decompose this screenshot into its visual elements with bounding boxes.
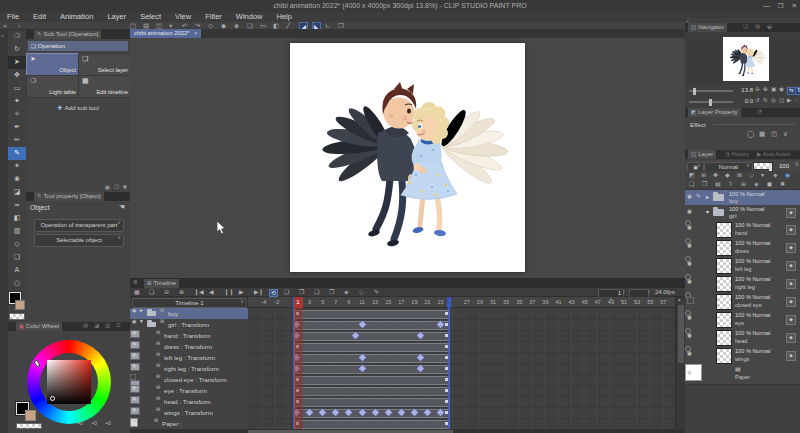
timeline-vscrollbar[interactable]: ▴ [675, 297, 685, 429]
track-keyframe-expand-icon[interactable]: ⊞ [160, 319, 164, 324]
keyframe-enabled-icon[interactable]: ◆ [786, 225, 796, 235]
rotate-right-button[interactable]: ↻ [763, 98, 768, 104]
clip-bar[interactable] [294, 310, 450, 319]
track-visibility-icon[interactable]: ◉ [132, 418, 136, 423]
opacity-value[interactable]: 100 [775, 162, 789, 170]
tab-layer[interactable]: ◫Layer [688, 150, 716, 159]
sub-tool-light-table[interactable]: ❍Light table [26, 75, 80, 98]
eraser-tool-icon[interactable]: ◪ [8, 186, 26, 199]
track-visibility-icon[interactable]: ◉ [132, 385, 136, 390]
subview-tab-icon[interactable]: ❏ [743, 24, 748, 30]
tab-tool-property[interactable]: ✎Tool property [Object] [34, 192, 104, 201]
layer-row-closed-eye[interactable]: 100 % Normalclosed eye◆ [685, 292, 800, 311]
expand-arrow-icon[interactable]: ▸ [706, 194, 709, 200]
first-frame-icon[interactable]: ❙◀ [194, 289, 204, 295]
layer-thumbnail[interactable] [716, 312, 732, 328]
track-expand-icon[interactable]: ▸ [140, 308, 143, 314]
menu-window[interactable]: Window [229, 12, 270, 22]
layer-thumbnail[interactable] [716, 348, 732, 364]
track-visibility-icon[interactable]: ◉ [132, 341, 136, 346]
flip-vertical-button[interactable]: ⇅ [795, 87, 800, 95]
timeline-edit-icon[interactable]: ▦ [134, 289, 140, 295]
clip-bar[interactable] [294, 321, 450, 330]
visibility-eye-icon[interactable]: ◉ [687, 351, 692, 357]
fill-tool-icon[interactable]: ◧ [8, 212, 26, 225]
rotate-slider[interactable] [689, 101, 733, 103]
pause-icon[interactable]: ❙❙ [224, 289, 234, 295]
prev-frame-icon[interactable]: ◀ [209, 289, 214, 295]
hand-icon[interactable]: ☚ [119, 204, 125, 211]
clip-bar[interactable] [294, 354, 450, 363]
zoom-slider[interactable] [689, 90, 733, 92]
left-collapse-strip[interactable]: « [0, 30, 8, 433]
tab-timeline[interactable]: ⊞Timeline [144, 279, 179, 288]
tab-color-wheel[interactable]: ◉Color Wheel [16, 322, 62, 331]
cel-display-icon[interactable]: ❒ [329, 289, 334, 295]
play-preview-button[interactable]: ▶ [787, 98, 791, 104]
menu-view[interactable]: View [168, 12, 198, 22]
timeline-ruler[interactable]: -4-2357911131517192123272931333537394143… [248, 297, 685, 308]
mask-layer-icon[interactable]: ◈ [754, 181, 759, 187]
track-visibility-icon[interactable]: ◉ [132, 319, 136, 324]
border-effect-icon[interactable]: ◯ [747, 131, 754, 138]
maximize-button[interactable]: ❐ [778, 2, 784, 9]
keyframe-enabled-icon[interactable]: ◆ [786, 261, 796, 271]
tab-sub-tool[interactable]: ✎Sub Tool [Operation] [34, 30, 101, 39]
new-folder-icon[interactable]: ▤ [715, 181, 721, 187]
track-keyframe-expand-icon[interactable]: ⊞ [156, 385, 160, 390]
add-sub-tool-button[interactable]: ✚ Add sub tool [26, 104, 130, 111]
track-visibility-icon[interactable]: ◉ [132, 363, 136, 368]
ruler-icon[interactable]: ◈ [773, 172, 778, 178]
panel-menu-icon[interactable]: ≣ [133, 280, 138, 286]
layer-thumbnail[interactable] [716, 222, 732, 238]
layer-row-wings[interactable]: ◉100 % Normalwings◆ [685, 346, 800, 365]
layer-thumbnail[interactable] [716, 330, 732, 346]
track-keyframe-expand-icon[interactable]: ⊞ [156, 396, 160, 401]
rotate-value[interactable]: 0.0 [735, 98, 753, 104]
layer-thumbnail[interactable] [716, 240, 732, 256]
enable-keyframe-icon[interactable]: ◈ [344, 289, 349, 295]
move-tool-icon[interactable]: ✥ [8, 69, 26, 82]
menu-file[interactable]: File [0, 12, 26, 22]
sub-color-swatch[interactable] [15, 300, 25, 310]
track-keyframe-expand-icon[interactable]: ⊞ [160, 308, 164, 313]
grid-button[interactable]: ∷ [795, 98, 799, 104]
selectable-object-dropdown[interactable]: Selectable object∨ [34, 234, 124, 247]
layer-row-dress[interactable]: ◉100 % Normaldress◆ [685, 238, 800, 257]
combine-layer-icon[interactable]: ⊞ [741, 181, 746, 187]
expand-arrow-icon[interactable]: ▾ [706, 209, 709, 215]
keyframe-enabled-icon[interactable]: ◆ [786, 243, 796, 253]
menu-select[interactable]: Select [133, 12, 168, 22]
visibility-eye-icon[interactable]: ◉ [687, 209, 692, 215]
zoom-in-icon[interactable]: ⊕ [179, 289, 184, 295]
track-visibility-icon[interactable]: ◉ [132, 352, 136, 357]
onion-skin-icon[interactable]: ❏ [284, 289, 289, 295]
track-visibility-icon[interactable]: ◉ [132, 308, 136, 313]
collapse-left-icon[interactable]: « [3, 22, 7, 30]
sub-tool-edit-timeline[interactable]: ▦Edit timeline [78, 75, 132, 98]
zoom-in-button[interactable]: ⊕ [763, 87, 768, 93]
layer-row-left-leg[interactable]: ◉100 % Normalleft leg◆ [685, 256, 800, 275]
blend-tool-icon[interactable]: ≈ [8, 199, 26, 212]
zoom-out-icon[interactable]: ⊖ [164, 289, 169, 295]
delete-subtool-icon[interactable]: ▼ [123, 184, 127, 190]
layer-color-icon[interactable]: ◫ [771, 131, 777, 138]
tab-auto-action[interactable]: ▶ Auto Action [757, 151, 791, 158]
new-raster-layer-icon[interactable]: ❏ [689, 181, 694, 187]
apply-mask-icon[interactable]: ◼ [767, 181, 772, 187]
visibility-eye-icon[interactable]: ◉ [687, 279, 692, 285]
track-visibility-icon[interactable]: ◉ [132, 330, 136, 335]
tone-effect-icon[interactable]: ▦ [759, 131, 765, 138]
onion-prev-icon[interactable]: ❐ [299, 289, 304, 295]
layer-row-girl[interactable]: ◉▾100 % Normalgirl◆ [685, 205, 800, 221]
brush-tool-icon[interactable]: ✎ [8, 147, 26, 160]
color-set-tab-icon[interactable]: ◪ [94, 323, 99, 329]
minimize-button[interactable]: — [763, 2, 770, 9]
add-icon[interactable]: ✚ [713, 172, 718, 178]
operation-tool-icon[interactable]: ➤ [8, 56, 26, 69]
eyedropper-tool-icon[interactable]: ✧ [8, 108, 26, 121]
selection-tool-icon[interactable]: ▭ [8, 82, 26, 95]
sv-cursor[interactable] [50, 396, 55, 401]
layer-row-head[interactable]: ◉100 % Normalhead◆ [685, 328, 800, 347]
keyframe-enabled-icon[interactable]: ◆ [786, 333, 796, 343]
